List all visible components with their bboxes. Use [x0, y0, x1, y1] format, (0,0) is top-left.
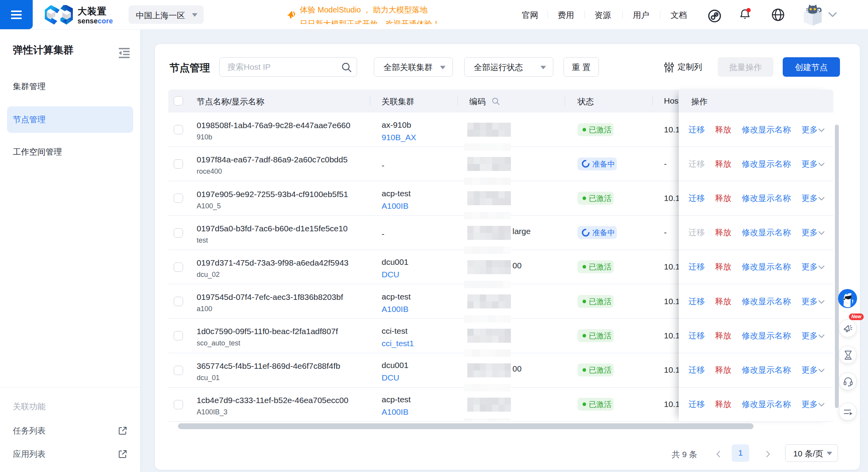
- next-page-button[interactable]: [764, 450, 772, 458]
- host-ip-search: [219, 57, 357, 77]
- redacted-code-mosaic: [467, 157, 511, 171]
- chevron-down-icon[interactable]: [828, 12, 837, 18]
- sidebar-link-2[interactable]: 应用列表: [0, 444, 140, 464]
- nav-item-3[interactable]: 资源: [595, 10, 611, 21]
- collapse-toolbar-button[interactable]: [839, 403, 857, 421]
- migrate-link[interactable]: 迁移: [688, 124, 705, 135]
- cluster-link[interactable]: DCU: [382, 372, 408, 384]
- previous-page-button[interactable]: [715, 450, 722, 458]
- row-checkbox[interactable]: [174, 331, 183, 340]
- rename-link[interactable]: 修改显示名称: [742, 296, 791, 307]
- announcement-banner[interactable]: 体验 ModelStudio ， 助力大模型落地 日日新大模型正式开放，欢迎开通…: [286, 0, 450, 27]
- more-link[interactable]: 更多: [801, 330, 818, 341]
- rename-link[interactable]: 修改显示名称: [742, 365, 791, 375]
- more-link[interactable]: 更多: [801, 296, 818, 307]
- migrate-link[interactable]: 迁移: [688, 159, 705, 169]
- rename-link[interactable]: 修改显示名称: [742, 193, 791, 204]
- assistant-mascot-button[interactable]: [838, 289, 857, 308]
- migrate-link[interactable]: 迁移: [688, 399, 705, 410]
- row-checkbox[interactable]: [174, 125, 183, 134]
- more-link[interactable]: 更多: [801, 193, 818, 204]
- chevron-down-icon: [818, 334, 825, 338]
- rename-link[interactable]: 修改显示名称: [742, 124, 791, 135]
- migrate-link[interactable]: 迁移: [688, 296, 705, 307]
- row-checkbox[interactable]: [174, 366, 183, 375]
- status-filter-select[interactable]: 全部运行状态: [464, 57, 553, 77]
- cluster-link[interactable]: A100IB: [382, 200, 411, 212]
- cluster-link[interactable]: cci_test1: [382, 337, 414, 350]
- release-link[interactable]: 释放: [715, 296, 731, 307]
- release-link[interactable]: 释放: [715, 261, 731, 272]
- globe-icon[interactable]: [771, 8, 785, 21]
- more-link[interactable]: 更多: [801, 227, 818, 238]
- more-link[interactable]: 更多: [801, 159, 818, 169]
- rename-link[interactable]: 修改显示名称: [742, 159, 791, 169]
- rename-link[interactable]: 修改显示名称: [742, 261, 791, 272]
- nav-item-5[interactable]: 文档: [671, 10, 687, 21]
- notification-bell-icon[interactable]: [738, 7, 752, 21]
- migrate-link[interactable]: 迁移: [688, 330, 705, 341]
- row-actions: 迁移 释放 修改显示名称 更多: [679, 216, 833, 250]
- cell-cluster: -: [382, 217, 384, 251]
- row-checkbox[interactable]: [174, 159, 183, 169]
- user-avatar[interactable]: [799, 4, 826, 26]
- nav-item-4[interactable]: 用户: [633, 10, 649, 21]
- release-link[interactable]: 释放: [715, 159, 731, 169]
- console-icon[interactable]: [708, 9, 721, 23]
- collapse-sidebar-icon[interactable]: [118, 47, 130, 59]
- cell-cluster: acp-testA100IB: [382, 389, 411, 422]
- row-checkbox[interactable]: [174, 194, 183, 203]
- sidebar-item-3[interactable]: 工作空间管理: [7, 139, 133, 165]
- nav-item-2[interactable]: 费用: [558, 10, 574, 21]
- release-link[interactable]: 释放: [715, 193, 731, 204]
- search-input[interactable]: [227, 58, 336, 76]
- nav-item-1[interactable]: 官网: [522, 10, 538, 21]
- release-link[interactable]: 释放: [715, 365, 731, 375]
- release-link[interactable]: 释放: [715, 227, 731, 238]
- migrate-link[interactable]: 迁移: [688, 261, 705, 272]
- cluster-filter-select[interactable]: 全部关联集群: [374, 57, 453, 77]
- more-link[interactable]: 更多: [801, 399, 818, 410]
- history-button[interactable]: [839, 346, 857, 364]
- cluster-link[interactable]: A100IB: [382, 303, 411, 315]
- row-checkbox[interactable]: [174, 400, 183, 409]
- page-size-select[interactable]: 10 条/页: [785, 444, 838, 462]
- sidebar-item-2[interactable]: 节点管理: [7, 106, 133, 133]
- reset-button[interactable]: 重 置: [563, 57, 599, 77]
- rename-link[interactable]: 修改显示名称: [742, 330, 791, 341]
- announcements-button[interactable]: [839, 319, 857, 337]
- more-link[interactable]: 更多: [801, 261, 818, 272]
- release-link[interactable]: 释放: [715, 399, 731, 410]
- cluster-link[interactable]: 910B_AX: [382, 131, 416, 144]
- row-checkbox[interactable]: [174, 297, 183, 306]
- migrate-link[interactable]: 迁移: [688, 227, 705, 238]
- select-all-checkbox[interactable]: [174, 96, 183, 106]
- batch-actions-button[interactable]: 批量操作: [718, 57, 773, 77]
- search-icon[interactable]: [341, 62, 352, 73]
- redacted-code-mosaic: [467, 226, 511, 240]
- rename-link[interactable]: 修改显示名称: [742, 399, 791, 410]
- sidebar-divider: [0, 387, 140, 387]
- migrate-link[interactable]: 迁移: [688, 365, 705, 375]
- page-number-1[interactable]: 1: [732, 444, 749, 462]
- vertical-scrollbar[interactable]: [835, 125, 839, 408]
- region-selector[interactable]: 中国上海一区: [129, 5, 204, 24]
- release-link[interactable]: 释放: [715, 124, 731, 135]
- row-checkbox[interactable]: [174, 262, 183, 272]
- migrate-link[interactable]: 迁移: [688, 193, 705, 204]
- main-menu-button[interactable]: [0, 0, 33, 29]
- horizontal-scrollbar[interactable]: [178, 423, 754, 429]
- release-link[interactable]: 释放: [715, 330, 731, 341]
- more-link[interactable]: 更多: [801, 124, 818, 135]
- row-checkbox[interactable]: [174, 228, 183, 238]
- more-link[interactable]: 更多: [801, 365, 818, 375]
- sidebar-item-1[interactable]: 集群管理: [7, 74, 133, 99]
- cat-in-box-avatar: [799, 4, 826, 26]
- sidebar-link-1[interactable]: 任务列表: [0, 421, 140, 440]
- support-button[interactable]: [839, 372, 857, 390]
- cluster-link[interactable]: A100IB: [382, 406, 411, 418]
- column-search-icon[interactable]: [491, 97, 500, 106]
- cluster-link[interactable]: DCU: [382, 268, 408, 281]
- rename-link[interactable]: 修改显示名称: [742, 227, 791, 238]
- create-node-button[interactable]: 创建节点: [783, 57, 840, 77]
